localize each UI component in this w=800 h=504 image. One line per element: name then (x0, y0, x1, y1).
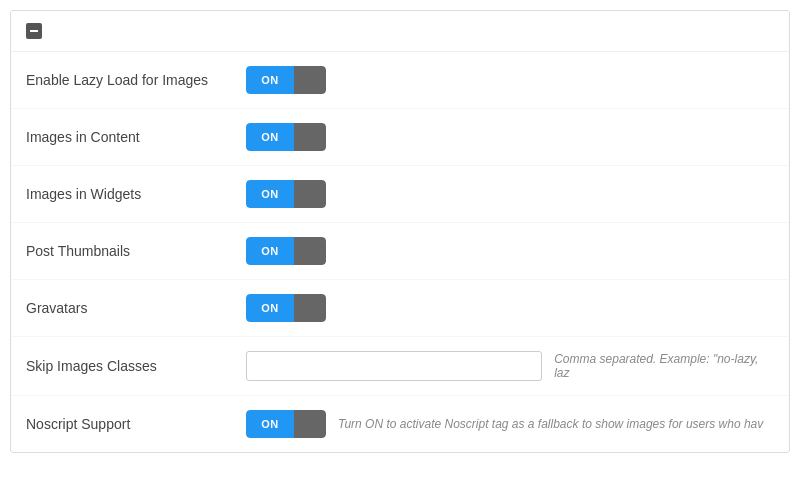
settings-rows: Enable Lazy Load for ImagesONImages in C… (11, 52, 789, 452)
label-images-in-widgets: Images in Widgets (26, 186, 246, 202)
collapse-icon[interactable] (26, 23, 42, 39)
toggle-on-gravatars: ON (246, 294, 294, 322)
settings-row-enable-lazy-load: Enable Lazy Load for ImagesON (11, 52, 789, 109)
control-gravatars: ON (246, 294, 774, 322)
control-skip-images-classes: Comma separated. Example: "no-lazy, laz (246, 351, 774, 381)
toggle-off-images-in-widgets (294, 180, 326, 208)
label-noscript-support: Noscript Support (26, 416, 246, 432)
helper-noscript-support: Turn ON to activate Noscript tag as a fa… (338, 417, 763, 431)
toggle-gravatars[interactable]: ON (246, 294, 326, 322)
toggle-off-post-thumbnails (294, 237, 326, 265)
label-skip-images-classes: Skip Images Classes (26, 358, 246, 374)
toggle-noscript-support[interactable]: ON (246, 410, 326, 438)
settings-row-noscript-support: Noscript SupportONTurn ON to activate No… (11, 396, 789, 452)
panel-header (11, 11, 789, 52)
toggle-off-images-in-content (294, 123, 326, 151)
toggle-images-in-content[interactable]: ON (246, 123, 326, 151)
settings-row-images-in-content: Images in ContentON (11, 109, 789, 166)
settings-row-gravatars: GravatarsON (11, 280, 789, 337)
label-post-thumbnails: Post Thumbnails (26, 243, 246, 259)
toggle-off-gravatars (294, 294, 326, 322)
label-images-in-content: Images in Content (26, 129, 246, 145)
toggle-off-enable-lazy-load (294, 66, 326, 94)
toggle-off-noscript-support (294, 410, 326, 438)
settings-row-post-thumbnails: Post ThumbnailsON (11, 223, 789, 280)
control-post-thumbnails: ON (246, 237, 774, 265)
input-skip-images-classes[interactable] (246, 351, 542, 381)
toggle-on-noscript-support: ON (246, 410, 294, 438)
settings-row-skip-images-classes: Skip Images ClassesComma separated. Exam… (11, 337, 789, 396)
toggle-enable-lazy-load[interactable]: ON (246, 66, 326, 94)
helper-skip-images-classes: Comma separated. Example: "no-lazy, laz (554, 352, 774, 380)
toggle-on-post-thumbnails: ON (246, 237, 294, 265)
toggle-post-thumbnails[interactable]: ON (246, 237, 326, 265)
control-images-in-widgets: ON (246, 180, 774, 208)
toggle-images-in-widgets[interactable]: ON (246, 180, 326, 208)
toggle-on-enable-lazy-load: ON (246, 66, 294, 94)
control-enable-lazy-load: ON (246, 66, 774, 94)
settings-row-images-in-widgets: Images in WidgetsON (11, 166, 789, 223)
lazy-load-images-panel: Enable Lazy Load for ImagesONImages in C… (10, 10, 790, 453)
toggle-on-images-in-widgets: ON (246, 180, 294, 208)
toggle-on-images-in-content: ON (246, 123, 294, 151)
label-gravatars: Gravatars (26, 300, 246, 316)
control-images-in-content: ON (246, 123, 774, 151)
label-enable-lazy-load: Enable Lazy Load for Images (26, 72, 246, 88)
control-noscript-support: ONTurn ON to activate Noscript tag as a … (246, 410, 774, 438)
